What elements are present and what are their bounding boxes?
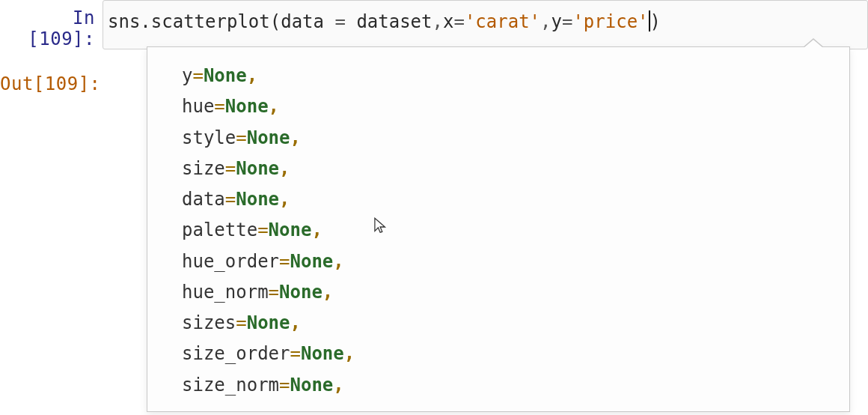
code-token: = (324, 11, 356, 32)
param-row: hue_order=None, (182, 246, 815, 277)
code-token: ( (270, 11, 281, 32)
code-token: scatterplot (151, 11, 270, 32)
param-eq: = (279, 251, 290, 272)
param-value: None (236, 158, 279, 179)
code-token: dataset (356, 11, 432, 32)
param-row: hue=None, (182, 91, 815, 122)
in-prompt-suffix: ]: (73, 28, 95, 49)
param-comma: , (311, 219, 322, 240)
param-row: size_order=None, (182, 339, 815, 369)
param-value: None (236, 189, 279, 210)
code-token: sns (108, 11, 140, 32)
param-eq: = (192, 65, 203, 86)
param-comma: , (333, 375, 343, 396)
code-token: , (433, 11, 443, 32)
param-value: None (225, 96, 269, 117)
param-comma: , (290, 127, 301, 148)
param-eq: = (279, 375, 290, 396)
code-token: . (140, 11, 150, 32)
param-name: hue (182, 96, 214, 117)
param-row: y=None, (182, 61, 815, 91)
param-comma: , (279, 158, 290, 179)
input-cell: In [109]: sns.scatterplot(data = dataset… (0, 0, 868, 49)
code-token: 'carat' (465, 11, 540, 32)
param-name: size_order (182, 343, 290, 364)
output-prompt: Out[109]: (0, 66, 101, 94)
param-value: None (247, 127, 290, 148)
param-name: style (182, 127, 236, 148)
param-name: size (182, 158, 225, 179)
param-eq: = (257, 219, 268, 240)
param-eq: = (269, 282, 279, 303)
param-eq: = (290, 343, 301, 364)
param-name: hue_order (182, 251, 279, 272)
param-eq: = (214, 96, 224, 117)
param-value: None (269, 219, 312, 240)
code-editor[interactable]: sns.scatterplot(data = dataset,x='carat'… (103, 0, 868, 49)
param-comma: , (323, 282, 333, 303)
param-row: size_norm=None, (182, 370, 815, 401)
code-token: 'price' (572, 11, 648, 32)
param-name: hue_norm (182, 282, 269, 303)
code-token: x (443, 11, 453, 32)
input-prompt: In [109]: (0, 0, 101, 49)
code-line[interactable]: sns.scatterplot(data = dataset,x='carat'… (108, 8, 867, 35)
param-row: sizes=None, (182, 308, 815, 339)
out-prompt-num: 109 (45, 73, 79, 94)
param-value: None (204, 65, 247, 86)
param-name: size_norm (182, 375, 279, 396)
param-value: None (279, 282, 323, 303)
param-comma: , (344, 343, 355, 364)
param-eq: = (236, 127, 246, 148)
signature-tooltip: y=None, hue=None, style=None, size=None,… (147, 46, 850, 412)
param-value: None (247, 312, 290, 333)
code-token: ) (650, 11, 661, 32)
param-comma: , (333, 251, 343, 272)
out-prompt-prefix: Out[ (0, 73, 45, 94)
code-token: , (540, 11, 551, 32)
param-row: palette=None, (182, 215, 815, 246)
out-prompt-suffix: ]: (79, 73, 101, 94)
param-eq: = (225, 189, 236, 210)
param-name: y (182, 65, 192, 86)
code-token: = (453, 11, 464, 32)
param-row: size=None, (182, 154, 815, 184)
code-token: = (562, 11, 572, 32)
param-row: hue_norm=None, (182, 277, 815, 308)
param-comma: , (279, 189, 290, 210)
param-value: None (290, 375, 334, 396)
param-name: data (182, 189, 225, 210)
code-token: data (281, 11, 324, 32)
code-token: y (551, 11, 562, 32)
in-prompt-num: 109 (39, 28, 73, 49)
param-value: None (301, 343, 344, 364)
param-row: style=None, (182, 123, 815, 154)
param-name: sizes (182, 312, 236, 333)
param-value: None (290, 251, 334, 272)
param-row: data=None, (182, 184, 815, 215)
param-comma: , (290, 312, 301, 333)
param-comma: , (269, 96, 279, 117)
param-name: palette (182, 219, 257, 240)
param-eq: = (236, 312, 246, 333)
param-comma: , (247, 65, 257, 86)
param-eq: = (225, 158, 236, 179)
